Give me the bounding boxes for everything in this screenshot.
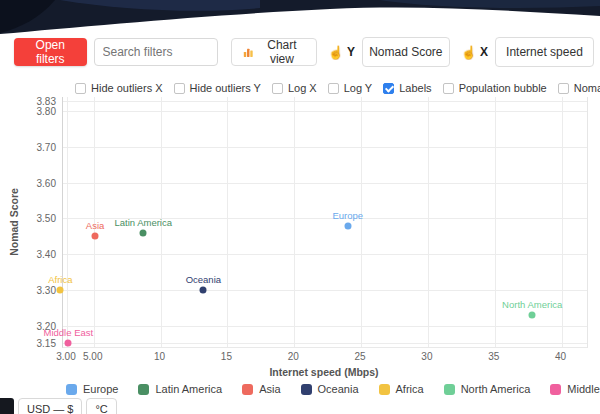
legend-swatch xyxy=(242,384,253,395)
x-tick-label: 3.00 xyxy=(56,351,75,362)
legend-label: Asia xyxy=(259,383,280,395)
gridline-vertical xyxy=(227,97,228,347)
legend-item-oceania[interactable]: Oceania xyxy=(301,383,359,395)
legend-item-middle-east[interactable]: Middle East xyxy=(550,383,600,395)
legend-swatch xyxy=(550,384,561,395)
x-tick-label: 25 xyxy=(355,351,366,362)
checkbox-unchecked-box[interactable] xyxy=(328,83,339,94)
currency-button[interactable]: USD — $ xyxy=(18,398,82,414)
legend-swatch xyxy=(301,384,312,395)
x-axis-select-value: Internet speed xyxy=(506,45,583,59)
legend-item-africa[interactable]: Africa xyxy=(379,383,424,395)
y-axis-select-value: Nomad Score xyxy=(369,45,442,59)
data-point-europe[interactable] xyxy=(344,222,351,229)
legend-swatch xyxy=(66,384,77,395)
checkbox-label: Log Y xyxy=(344,82,373,94)
legend-label: Middle East xyxy=(567,383,600,395)
search-filters-input[interactable] xyxy=(94,38,218,66)
point-label-africa: Africa xyxy=(48,274,72,285)
y-tick-label: 3.15 xyxy=(0,338,56,349)
legend-label: Europe xyxy=(83,383,118,395)
x-tick-label: 30 xyxy=(421,351,432,362)
point-label-latin-america: Latin America xyxy=(114,217,172,228)
pointing-up-icon: ☝ xyxy=(328,45,344,60)
y-tick-label: 3.20 xyxy=(0,320,56,331)
open-filters-button[interactable]: Open filters xyxy=(14,38,87,66)
pointing-up-icon: ☝ xyxy=(461,45,477,60)
chart-view-label: Chart view xyxy=(259,38,305,66)
data-point-north-america[interactable] xyxy=(529,311,536,318)
gridline-vertical xyxy=(294,97,295,347)
gridline-horizontal xyxy=(63,290,587,291)
checkbox-hide-outliers-x[interactable]: Hide outliers X xyxy=(75,82,163,94)
bar-chart-icon xyxy=(243,46,254,59)
x-tick-label: 5.00 xyxy=(83,351,102,362)
legend-item-asia[interactable]: Asia xyxy=(242,383,280,395)
y-tick-label: 3.40 xyxy=(0,249,56,260)
y-tick-label: 3.60 xyxy=(0,177,56,188)
checkbox-checked-icon[interactable] xyxy=(383,83,394,94)
gridline-horizontal xyxy=(63,147,587,148)
data-point-asia[interactable] xyxy=(92,233,99,240)
gridline-horizontal xyxy=(63,254,587,255)
checkbox-log-x[interactable]: Log X xyxy=(272,82,317,94)
checkbox-unchecked-box[interactable] xyxy=(272,83,283,94)
checkbox-label: Hide outliers X xyxy=(91,82,163,94)
check-mark-icon xyxy=(385,83,394,92)
checkbox-label: Labels xyxy=(399,82,431,94)
legend-label: North America xyxy=(461,383,531,395)
data-point-oceania[interactable] xyxy=(200,286,207,293)
checkbox-label: Hide outliers Y xyxy=(190,82,261,94)
checkbox-unchecked-box[interactable] xyxy=(174,83,185,94)
checkbox-label: Log X xyxy=(288,82,317,94)
x-axis-picker-label: ☝ X xyxy=(461,45,488,60)
header-banner-image xyxy=(0,0,600,36)
data-point-latin-america[interactable] xyxy=(140,229,147,236)
x-tick-label: 40 xyxy=(555,351,566,362)
x-tick-label: 15 xyxy=(221,351,232,362)
legend-swatch xyxy=(379,384,390,395)
chart-view-button[interactable]: Chart view xyxy=(231,38,317,66)
legend-item-north-america[interactable]: North America xyxy=(444,383,531,395)
gridline-vertical xyxy=(67,97,68,347)
gridline-horizontal xyxy=(63,343,587,344)
gridline-horizontal xyxy=(63,326,587,327)
toolbar: Open filters Chart view ☝ Y Nomad Score … xyxy=(14,38,594,66)
y-axis-letter: Y xyxy=(347,45,355,59)
legend-item-latin-america[interactable]: Latin America xyxy=(138,383,222,395)
checkbox-nomad-score-bubble[interactable]: Nomad Score bubble xyxy=(558,82,600,94)
footer-dark-icon[interactable] xyxy=(0,398,14,414)
legend-swatch xyxy=(444,384,455,395)
point-label-oceania: Oceania xyxy=(186,274,221,285)
temperature-unit-button[interactable]: °C xyxy=(86,398,116,414)
y-tick-label: 3.30 xyxy=(0,284,56,295)
x-axis-select[interactable]: Internet speed xyxy=(495,37,594,67)
x-tick-label: 35 xyxy=(488,351,499,362)
x-axis-title: Internet speed (Mbps) xyxy=(62,366,586,378)
data-point-middle-east[interactable] xyxy=(65,340,72,347)
gridline-vertical xyxy=(361,97,362,347)
checkbox-label: Nomad Score bubble xyxy=(574,82,600,94)
checkbox-log-y[interactable]: Log Y xyxy=(328,82,373,94)
gridline-horizontal xyxy=(63,183,587,184)
checkbox-row: Hide outliers XHide outliers YLog XLog Y… xyxy=(75,82,600,94)
y-tick-label: 3.50 xyxy=(0,213,56,224)
y-axis-select[interactable]: Nomad Score xyxy=(362,37,450,67)
checkbox-unchecked-box[interactable] xyxy=(75,83,86,94)
x-tick-label: 20 xyxy=(288,351,299,362)
y-axis-picker-label: ☝ Y xyxy=(328,45,355,60)
legend-label: Oceania xyxy=(318,383,359,395)
checkbox-labels[interactable]: Labels xyxy=(383,82,431,94)
legend-item-europe[interactable]: Europe xyxy=(66,383,118,395)
point-label-asia: Asia xyxy=(86,220,104,231)
gridline-vertical xyxy=(428,97,429,347)
checkbox-unchecked-box[interactable] xyxy=(443,83,454,94)
checkbox-hide-outliers-y[interactable]: Hide outliers Y xyxy=(174,82,261,94)
data-point-africa[interactable] xyxy=(57,286,64,293)
checkbox-unchecked-box[interactable] xyxy=(558,83,569,94)
x-axis-letter: X xyxy=(480,45,488,59)
legend-swatch xyxy=(138,384,149,395)
point-label-europe: Europe xyxy=(332,210,363,221)
y-tick-label: 3.83 xyxy=(0,95,56,106)
checkbox-population-bubble[interactable]: Population bubble xyxy=(443,82,547,94)
